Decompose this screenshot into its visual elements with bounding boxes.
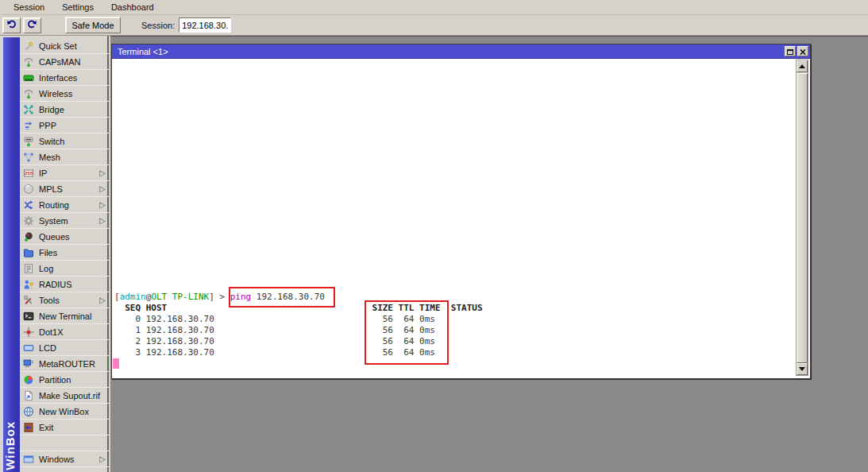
sidebar-item-make-supout-rif[interactable]: Make Supout.rif [20, 388, 109, 404]
sidebar-item-windows[interactable]: Windows▷ [20, 451, 109, 467]
scroll-up-button[interactable] [797, 60, 808, 72]
sidebar-item-bridge[interactable]: Bridge [20, 102, 109, 118]
submenu-arrow-icon: ▷ [99, 168, 106, 177]
dot1x-icon [22, 326, 34, 338]
sidebar-item-dot1x[interactable]: Dot1X [20, 324, 109, 340]
sidebar-item-exit[interactable]: Exit [20, 420, 109, 435]
sidebar-item-label: Windows [39, 455, 75, 464]
menu-session[interactable]: Session [5, 1, 53, 14]
session-input[interactable] [179, 17, 231, 33]
sidebar-item-ip[interactable]: 255IP▷ [20, 165, 109, 181]
sidebar-item-label: New Terminal [39, 311, 91, 321]
terminal-cursor [113, 358, 119, 369]
sidebar-item-label: New WinBox [39, 407, 89, 416]
sidebar-item-label: Log [39, 264, 53, 273]
annotation-box-size-ttl-time [365, 300, 449, 365]
sidebar-item-tools[interactable]: Tools▷ [20, 292, 109, 308]
workspace-background: Terminal <1> [admin@OLT TP-LINK] > ping … [110, 36, 868, 472]
annotation-box-ping-command [229, 287, 335, 308]
ip-icon: 255 [22, 167, 34, 179]
sidebar-item-new-winbox[interactable]: New WinBox [20, 404, 109, 420]
sidebar-item-label: LCD [39, 343, 56, 353]
redo-button[interactable] [23, 17, 41, 33]
sidebar-item-switch[interactable]: Switch [20, 133, 109, 149]
maximize-icon [787, 47, 793, 56]
sidebar-item-label: CAPsMAN [39, 57, 81, 67]
sidebar-item-files[interactable]: Files [20, 245, 109, 261]
scroll-down-button[interactable] [797, 363, 808, 375]
log-icon [22, 262, 34, 274]
sidebar-item-label: Bridge [39, 105, 64, 114]
sidebar-item-label: Files [39, 248, 57, 257]
sidebar-item-label: MPLS [39, 184, 63, 194]
switch-icon [22, 135, 34, 147]
partition-icon [22, 373, 34, 385]
triangle-up-icon [799, 64, 805, 68]
mesh-icon [22, 151, 34, 163]
sidebar-item-routing[interactable]: Routing▷ [20, 197, 109, 213]
sidebar-item-label: Dot1X [39, 327, 64, 337]
close-button[interactable] [797, 46, 808, 56]
sidebar-item-log[interactable]: Log [20, 261, 109, 277]
menu-bar: SessionSettingsDashboard [0, 0, 868, 15]
sidebar-item-partition[interactable]: Partition [20, 372, 109, 388]
sidebar-item-label: Quick Set [39, 41, 77, 51]
winbox-brand-strip: WinBox [3, 37, 20, 472]
sidebar-item-interfaces[interactable]: Interfaces [20, 70, 109, 86]
sidebar-item-label: Exit [39, 423, 53, 432]
make-supout-icon [22, 389, 34, 401]
submenu-arrow-icon: ▷ [99, 200, 106, 209]
sidebar: WinBox Quick SetCAPsMANInterfacesWireles… [0, 36, 109, 472]
sidebar-item-label: Partition [39, 375, 71, 385]
sidebar-item-label: Switch [39, 137, 64, 146]
menu-settings[interactable]: Settings [53, 1, 102, 14]
undo-button[interactable] [2, 17, 21, 33]
session-label: Session: [141, 21, 175, 30]
quick-set-icon [22, 40, 34, 52]
sidebar-item-wireless[interactable]: Wireless [20, 86, 109, 102]
exit-icon [22, 421, 34, 433]
terminal-scrollbar[interactable] [796, 60, 808, 376]
terminal-titlebar[interactable]: Terminal <1> [112, 44, 810, 59]
svg-text:255: 255 [24, 170, 33, 176]
scrollbar-thumb[interactable] [797, 73, 808, 363]
windows-icon [22, 453, 34, 465]
sidebar-item-queues[interactable]: Queues [20, 229, 109, 245]
radius-icon [22, 278, 34, 290]
sidebar-item-new-terminal[interactable]: New Terminal [20, 308, 109, 324]
safe-mode-button[interactable]: Safe Mode [65, 17, 121, 33]
wireless-icon [22, 87, 34, 99]
files-icon [22, 246, 34, 258]
submenu-arrow-icon: ▷ [99, 216, 106, 225]
ppp-icon [22, 119, 34, 131]
sidebar-item-radius[interactable]: RADIUS [20, 277, 109, 292]
redo-arrow-icon [27, 19, 37, 31]
maximize-button[interactable] [785, 46, 796, 56]
sidebar-item-label: Wireless [39, 89, 72, 99]
sidebar-item-label: IP [39, 168, 47, 178]
terminal-output-area[interactable]: [admin@OLT TP-LINK] > ping 192.168.30.70… [112, 59, 810, 378]
terminal-title: Terminal <1> [118, 47, 168, 56]
routing-icon [22, 199, 34, 211]
bridge-icon [22, 103, 34, 115]
sidebar-item-mesh[interactable]: Mesh [20, 149, 109, 165]
sidebar-item-label: PPP [39, 121, 56, 130]
sidebar-item-mpls[interactable]: MPLS▷ [20, 181, 109, 197]
sidebar-item-label: System [39, 216, 68, 226]
sidebar-item-metarouter[interactable]: MetaROUTER [20, 356, 109, 372]
terminal-window: Terminal <1> [admin@OLT TP-LINK] > ping … [111, 44, 811, 379]
sidebar-item-lcd[interactable]: LCD [20, 340, 109, 356]
sidebar-item-system[interactable]: System▷ [20, 213, 109, 229]
sidebar-item-ppp[interactable]: PPP [20, 118, 109, 133]
capsman-icon [22, 56, 34, 68]
sidebar-item-label: Tools [39, 296, 60, 305]
close-icon [800, 47, 806, 56]
system-icon [22, 215, 34, 226]
interfaces-icon [22, 72, 34, 83]
sidebar-item-capsman[interactable]: CAPsMAN [20, 54, 109, 70]
queues-icon [22, 230, 34, 242]
sidebar-item-label: Make Supout.rif [39, 391, 100, 400]
sidebar-item-quick-set[interactable]: Quick Set [20, 38, 109, 54]
menu-dashboard[interactable]: Dashboard [102, 1, 163, 14]
submenu-arrow-icon: ▷ [99, 184, 106, 193]
